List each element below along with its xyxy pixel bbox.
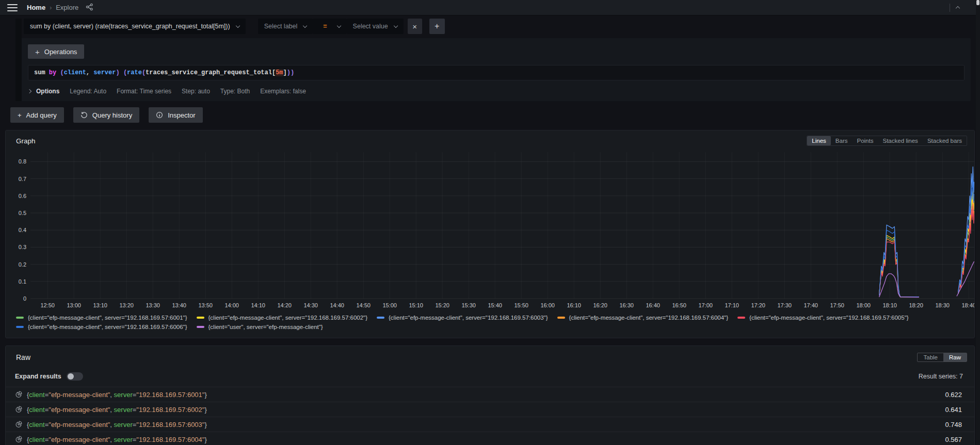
plus-icon: +	[35, 47, 40, 56]
pie-chart-icon[interactable]	[15, 406, 22, 413]
code-token: 5m	[276, 69, 283, 76]
add-filter-button[interactable]: +	[429, 19, 445, 34]
code-token: server	[93, 69, 116, 76]
x-axis-label: 18:10	[882, 302, 897, 308]
y-axis-label: 0.3	[19, 244, 26, 250]
option-item: Legend: Auto	[70, 88, 106, 95]
operations-label: Operations	[44, 48, 77, 56]
x-axis-label: 17:10	[725, 302, 739, 308]
legend-label[interactable]: {client="efp-message-client", server="19…	[208, 315, 368, 321]
graph-mode-stacked-lines[interactable]: Stacked lines	[878, 136, 922, 145]
x-axis-label: 14:10	[251, 302, 265, 308]
chart-svg[interactable]: 00.10.20.30.40.50.60.70.812:5013:0013:10…	[6, 148, 974, 312]
legend-label[interactable]: {client="efp-message-client", server="19…	[389, 315, 548, 321]
label-part: server	[114, 421, 133, 428]
promql-expression[interactable]: sum by (client, server) (rate(traces_ser…	[28, 65, 965, 80]
x-axis-label: 13:10	[93, 302, 107, 308]
label-part: ,	[110, 391, 114, 399]
legend-item[interactable]: {client="user", server="efp-message-clie…	[197, 324, 323, 330]
legend-label[interactable]: {client="efp-message-client", server="19…	[749, 315, 909, 321]
remove-filter-button[interactable]: ×	[408, 19, 422, 34]
y-axis-label: 0.7	[19, 176, 26, 182]
plus-icon: +	[18, 111, 22, 119]
series-label: {client="efp-message-client", server="19…	[27, 391, 207, 399]
chart-series-line	[958, 167, 974, 291]
operations-button[interactable]: + Operations	[28, 44, 84, 59]
breadcrumb-home[interactable]: Home	[27, 4, 45, 11]
legend-item[interactable]: {client="efp-message-client", server="19…	[16, 315, 187, 321]
chart-series-line	[957, 262, 974, 296]
graph-mode-stacked-bars[interactable]: Stacked bars	[923, 136, 967, 145]
x-axis-label: 13:40	[172, 302, 186, 308]
select-value-text: Select value	[353, 23, 388, 30]
query-row-gutter[interactable]	[15, 19, 22, 101]
raw-panel-title: Raw	[16, 353, 30, 361]
label-part: "192.168.169.57:6001"	[136, 391, 204, 399]
x-axis-label: 16:20	[593, 302, 607, 308]
view-table-button[interactable]: Table	[918, 353, 943, 361]
options-toggle[interactable]: Options	[36, 88, 59, 95]
raw-result-row: {client="efp-message-client", server="19…	[6, 402, 974, 417]
operator-text: =	[323, 23, 327, 30]
legend-label[interactable]: {client="user", server="efp-message-clie…	[208, 324, 323, 330]
query-dropdown[interactable]: sum by (client, server) (rate(traces_ser…	[24, 19, 246, 34]
legend-item[interactable]: {client="efp-message-client", server="19…	[737, 315, 909, 321]
legend-label[interactable]: {client="efp-message-client", server="19…	[28, 324, 187, 330]
x-axis-label: 18:20	[909, 302, 923, 308]
x-axis-label: 15:00	[382, 302, 397, 308]
series-value: 0.567	[945, 436, 962, 443]
label-part: }	[204, 391, 206, 399]
view-raw-button[interactable]: Raw	[943, 353, 967, 361]
x-axis-label: 14:50	[356, 302, 371, 308]
expand-results-toggle[interactable]	[67, 372, 83, 381]
label-part: client	[29, 421, 44, 428]
time-series-chart[interactable]: 00.10.20.30.40.50.60.70.812:5013:0013:10…	[6, 148, 974, 312]
legend-label[interactable]: {client="efp-message-client", server="19…	[569, 315, 729, 321]
chevron-down-icon	[393, 23, 397, 27]
label-part: }	[204, 436, 206, 443]
legend-item[interactable]: {client="efp-message-client", server="19…	[557, 315, 729, 321]
select-label-dropdown[interactable]: Select label	[258, 19, 313, 34]
code-token: ))	[287, 69, 294, 76]
query-history-button[interactable]: Query history	[73, 107, 139, 123]
x-axis-label: 15:10	[409, 302, 423, 308]
label-part: "efp-message-client"	[49, 406, 110, 414]
legend-item[interactable]: {client="efp-message-client", server="19…	[197, 315, 368, 321]
operator-dropdown[interactable]: =	[313, 19, 346, 34]
x-axis-label: 13:30	[146, 302, 160, 308]
code-token: (	[123, 69, 127, 76]
select-value-dropdown[interactable]: Select value	[347, 19, 404, 34]
label-part: client	[29, 391, 44, 399]
pie-chart-icon[interactable]	[15, 391, 22, 398]
inspector-button[interactable]: Inspector	[149, 107, 202, 123]
label-part: "efp-message-client"	[49, 391, 110, 399]
menu-icon[interactable]	[7, 4, 18, 11]
legend-item[interactable]: {client="efp-message-client", server="19…	[377, 315, 548, 321]
x-axis-label: 16:30	[619, 302, 634, 308]
code-token	[120, 69, 123, 76]
options-row: Options Legend: AutoFormat: Time seriesS…	[28, 88, 965, 95]
scrollbar-thumb[interactable]	[976, 0, 979, 5]
y-axis-label: 0	[23, 295, 26, 302]
chevron-up-icon[interactable]	[956, 6, 960, 10]
pie-chart-icon[interactable]	[15, 421, 22, 428]
add-query-button[interactable]: + Add query	[10, 107, 64, 123]
graph-mode-lines[interactable]: Lines	[807, 136, 831, 145]
breadcrumb-explore[interactable]: Explore	[56, 4, 78, 11]
chevron-right-icon[interactable]	[27, 89, 31, 93]
graph-mode-points[interactable]: Points	[853, 136, 878, 145]
pie-chart-icon[interactable]	[15, 436, 22, 443]
label-part: ,	[110, 436, 114, 443]
graph-mode-bars[interactable]: Bars	[831, 136, 853, 145]
vertical-scrollbar[interactable]	[976, 0, 980, 445]
graph-panel-title: Graph	[16, 137, 36, 145]
x-axis-label: 15:20	[435, 302, 449, 308]
code-token: sum	[34, 69, 49, 76]
x-axis-label: 13:00	[67, 302, 81, 308]
legend-label[interactable]: {client="efp-message-client", server="19…	[28, 315, 187, 321]
legend-item[interactable]: {client="efp-message-client", server="19…	[16, 324, 187, 330]
share-icon[interactable]	[86, 3, 93, 12]
chevron-down-icon	[303, 23, 307, 27]
x-axis-label: 13:20	[119, 302, 134, 308]
label-part: "192.168.169.57:6004"	[136, 436, 204, 443]
